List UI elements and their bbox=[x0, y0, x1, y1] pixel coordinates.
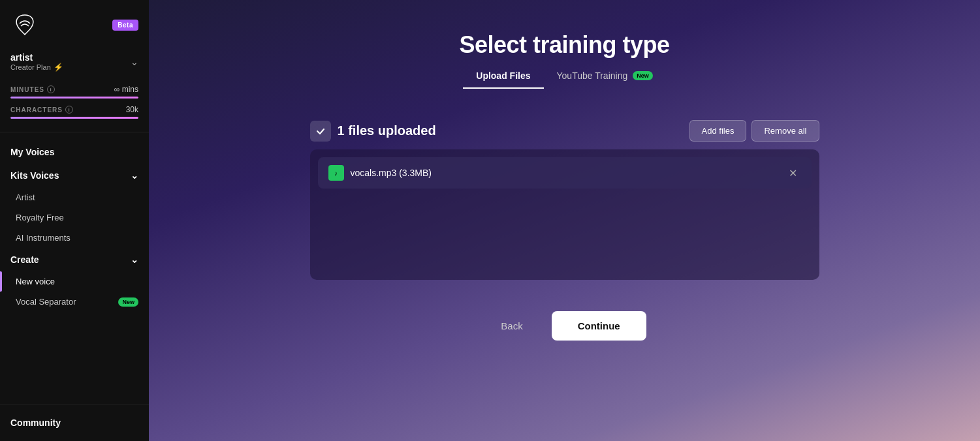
page-title: Select training type bbox=[149, 31, 980, 59]
active-bar bbox=[0, 271, 2, 292]
back-button[interactable]: Back bbox=[482, 312, 541, 339]
create-label: Create bbox=[10, 254, 39, 265]
create-chevron-icon: ⌄ bbox=[131, 254, 138, 265]
sidebar-item-my-voices[interactable]: My Voices bbox=[0, 140, 149, 164]
minutes-bar bbox=[10, 97, 138, 99]
minutes-bar-fill bbox=[10, 97, 138, 99]
main-content: Select training type Upload Files YouTub… bbox=[149, 0, 980, 441]
sidebar-sub-royalty-free[interactable]: Royalty Free bbox=[0, 207, 149, 228]
characters-label: CHARACTERS i bbox=[10, 106, 73, 114]
minutes-stat: MINUTES i ∞ mins bbox=[10, 85, 138, 99]
nav-section: My Voices Kits Voices ⌄ Artist Royalty F… bbox=[0, 135, 149, 404]
vocal-separator-new-badge: New bbox=[118, 297, 138, 307]
sidebar-sub-new-voice[interactable]: New voice bbox=[0, 271, 149, 292]
characters-info-icon[interactable]: i bbox=[65, 106, 73, 114]
account-info: artist Creator Plan ⚡ bbox=[10, 52, 63, 72]
characters-bar bbox=[10, 117, 138, 119]
sidebar-header: Beta bbox=[0, 0, 149, 47]
upload-section: 1 files uploaded Add files Remove all ♪ … bbox=[310, 120, 819, 280]
beta-badge: Beta bbox=[112, 20, 138, 31]
stats-section: MINUTES i ∞ mins CHARACTERS i 30k bbox=[0, 80, 149, 129]
logo-icon bbox=[10, 10, 39, 39]
add-files-button[interactable]: Add files bbox=[689, 120, 747, 142]
sidebar-sub-artist[interactable]: Artist bbox=[0, 187, 149, 207]
vocal-separator-label: Vocal Separator bbox=[16, 297, 76, 307]
sidebar-sub-vocal-separator[interactable]: Vocal Separator New bbox=[0, 292, 149, 312]
my-voices-label: My Voices bbox=[10, 147, 54, 157]
continue-button[interactable]: Continue bbox=[552, 311, 646, 341]
sidebar-item-kits-voices[interactable]: Kits Voices ⌄ bbox=[0, 164, 149, 187]
characters-value: 30k bbox=[126, 105, 138, 114]
files-actions: Add files Remove all bbox=[689, 120, 819, 142]
page-header: Select training type Upload Files YouTub… bbox=[149, 0, 980, 104]
logo-area bbox=[10, 10, 39, 39]
plan-bolt-icon: ⚡ bbox=[54, 63, 63, 72]
file-name: vocals.mp3 (3.3MB) bbox=[351, 168, 432, 178]
characters-bar-fill bbox=[10, 117, 138, 119]
tab-upload-files[interactable]: Upload Files bbox=[463, 64, 543, 89]
minutes-label: MINUTES i bbox=[10, 85, 55, 93]
files-count: 1 files uploaded bbox=[310, 121, 436, 142]
file-item: ♪ vocals.mp3 (3.3MB) ✕ bbox=[318, 157, 812, 189]
characters-stat: CHARACTERS i 30k bbox=[10, 105, 138, 119]
kits-voices-chevron-icon: ⌄ bbox=[131, 170, 138, 181]
file-check-icon bbox=[310, 121, 331, 142]
file-type-icon: ♪ bbox=[328, 165, 344, 181]
sidebar-bottom: Community bbox=[0, 404, 149, 441]
file-item-left: ♪ vocals.mp3 (3.3MB) bbox=[328, 165, 432, 181]
sidebar-sub-new-voice-row: New voice bbox=[0, 271, 149, 292]
tab-youtube-training[interactable]: YouTube Training New bbox=[544, 64, 666, 89]
kits-voices-label: Kits Voices bbox=[10, 170, 59, 181]
files-count-label: 1 files uploaded bbox=[338, 123, 436, 138]
minutes-info-icon[interactable]: i bbox=[47, 85, 55, 93]
sidebar-item-community[interactable]: Community bbox=[10, 412, 138, 433]
sidebar-sub-ai-instruments[interactable]: AI Instruments bbox=[0, 228, 149, 248]
divider-1 bbox=[0, 132, 149, 132]
account-section[interactable]: artist Creator Plan ⚡ ⌄ bbox=[0, 47, 149, 80]
account-chevron-icon[interactable]: ⌄ bbox=[131, 57, 138, 67]
bottom-actions: Back Continue bbox=[149, 311, 980, 341]
files-list-container: ♪ vocals.mp3 (3.3MB) ✕ bbox=[310, 149, 819, 280]
youtube-training-new-badge: New bbox=[633, 71, 653, 80]
tabs-row: Upload Files YouTube Training New bbox=[149, 64, 980, 89]
files-header: 1 files uploaded Add files Remove all bbox=[310, 120, 819, 142]
file-remove-button[interactable]: ✕ bbox=[785, 165, 801, 181]
account-name: artist bbox=[10, 52, 63, 63]
sidebar-item-create[interactable]: Create ⌄ bbox=[0, 248, 149, 271]
remove-all-button[interactable]: Remove all bbox=[751, 120, 819, 142]
sidebar: Beta artist Creator Plan ⚡ ⌄ MINUTES i ∞… bbox=[0, 0, 149, 441]
account-plan: Creator Plan ⚡ bbox=[10, 63, 63, 72]
minutes-value: ∞ mins bbox=[114, 85, 138, 94]
